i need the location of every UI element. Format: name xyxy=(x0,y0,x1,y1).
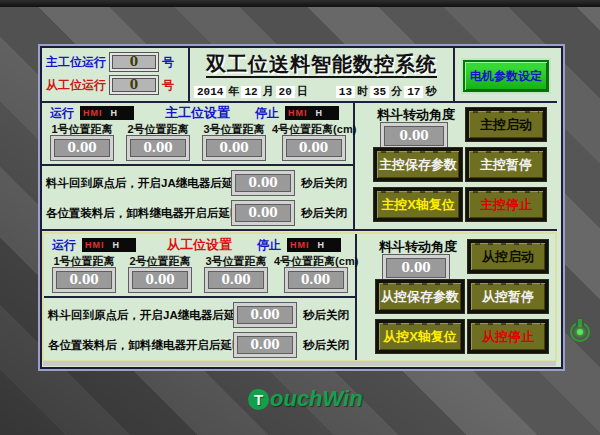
main-controls-column: 料斗转动角度 0.00 主控启动 主控保存参数 主控暂停 主控X轴复位 主控停止 xyxy=(357,102,557,229)
touchwin-logo: T ouchWin xyxy=(248,386,363,412)
main-run-label: 主工位运行 xyxy=(46,54,106,71)
time-second: 17 xyxy=(404,86,423,98)
slave-stop-button[interactable]: 从控停止 xyxy=(468,320,548,353)
main-x-axis-reset-button[interactable]: 主控X轴复位 xyxy=(374,188,462,221)
slave-delay2-label: 各位置装料后，卸料继电器开启后延时 xyxy=(48,338,234,353)
slave-delay2-value[interactable]: 0.00 xyxy=(234,333,296,357)
slave-delay-row-2: 各位置装料后，卸料继电器开启后延时 0.00 秒后关闭 xyxy=(48,333,355,357)
slave-pos2-label: 2号位置距离 xyxy=(122,254,198,269)
main-pos4-value[interactable]: 0.00 xyxy=(283,136,345,160)
slave-station-run-row: 从工位运行 0 号 xyxy=(46,75,174,95)
slave-position-labels: 1号位置距离 2号位置距离 3号位置距离 4号位置距离(cm) xyxy=(46,254,357,269)
slave-run-unit: 号 xyxy=(162,77,174,94)
main-run-indicator-lamp: HMIH xyxy=(80,106,134,120)
slave-delay1-value[interactable]: 0.00 xyxy=(234,303,296,327)
slave-pos4-value[interactable]: 0.00 xyxy=(285,268,347,292)
main-section-title: 主工位设置 xyxy=(140,104,255,122)
slave-x-axis-reset-button[interactable]: 从控X轴复位 xyxy=(376,320,464,353)
slave-pos1-value[interactable]: 0.00 xyxy=(53,268,115,292)
slave-pos2-value[interactable]: 0.00 xyxy=(129,268,191,292)
title-area: 双工位送料智能数控系统 2014 年 12 月 20 日 13 时 35 分 1… xyxy=(190,48,453,101)
time-hour-label: 时 xyxy=(357,84,368,99)
time-minute-label: 分 xyxy=(391,84,402,99)
main-hopper-angle-value[interactable]: 0.00 xyxy=(381,123,447,149)
page-title: 双工位送料智能数控系统 xyxy=(190,51,453,78)
slave-settings-column: 运行 HMIH 从工位设置 停止 HMIH 1号位置距离 2号位置距离 3号位置… xyxy=(44,234,357,360)
main-pos3-label: 3号位置距离 xyxy=(196,122,272,137)
main-pos1-label: 1号位置距离 xyxy=(44,122,120,137)
main-pos4-label: 4号位置距离(cm) xyxy=(272,122,355,137)
main-delay2-label: 各位置装料后，卸料继电器开启后延时 xyxy=(46,206,232,221)
date-day-label: 日 xyxy=(297,84,308,99)
main-pos1-value[interactable]: 0.00 xyxy=(51,136,113,160)
slave-hopper-angle-label: 料斗转动角度 xyxy=(379,238,457,256)
slave-run-indicator-lamp: HMIH xyxy=(82,238,136,252)
time-second-label: 秒 xyxy=(425,84,436,99)
slave-hopper-angle-value[interactable]: 0.00 xyxy=(383,255,449,281)
motor-params-button[interactable]: 电机参数设定 xyxy=(463,60,549,92)
slave-section-title: 从工位设置 xyxy=(142,236,257,254)
time-hour: 13 xyxy=(336,86,355,98)
date-month: 12 xyxy=(241,86,260,98)
main-delay-row-2: 各位置装料后，卸料继电器开启后延时 0.00 秒后关闭 xyxy=(46,201,353,225)
date-year-label: 年 xyxy=(228,84,239,99)
main-delay-row-1: 料斗回到原点后，开启JA继电器后延时 0.00 秒后关闭 xyxy=(46,171,353,195)
slave-save-params-button[interactable]: 从控保存参数 xyxy=(376,280,464,313)
main-stop-indicator-label: 停止 xyxy=(255,105,279,122)
main-hopper-angle-label: 料斗转动角度 xyxy=(377,106,455,124)
date-year: 2014 xyxy=(194,86,226,98)
slave-pos3-value[interactable]: 0.00 xyxy=(205,268,267,292)
main-position-labels: 1号位置距离 2号位置距离 3号位置距离 4号位置距离(cm) xyxy=(44,122,355,137)
slave-start-button[interactable]: 从控启动 xyxy=(468,240,548,273)
slave-run-label: 从工位运行 xyxy=(46,77,106,94)
hmi-screen: 主工位运行 0 号 从工位运行 0 号 双工位送料智能数控系统 2014 年 1… xyxy=(38,44,565,371)
main-delay1-suffix: 秒后关闭 xyxy=(301,176,347,191)
touchwin-logo-icon: T xyxy=(248,389,269,410)
slave-station-section: 运行 HMIH 从工位设置 停止 HMIH 1号位置距离 2号位置距离 3号位置… xyxy=(42,232,557,362)
main-settings-column: 运行 HMIH 主工位设置 停止 HMIH 1号位置距离 2号位置距离 3号位置… xyxy=(42,102,355,229)
touchwin-logo-text: ouchWin xyxy=(270,386,363,412)
main-save-params-button[interactable]: 主控保存参数 xyxy=(374,148,462,181)
slave-pos3-label: 3号位置距离 xyxy=(198,254,274,269)
slave-delay1-suffix: 秒后关闭 xyxy=(303,308,349,323)
slave-section-header: 运行 HMIH 从工位设置 停止 HMIH xyxy=(52,237,347,253)
main-start-button[interactable]: 主控启动 xyxy=(466,108,546,141)
date-day: 20 xyxy=(276,86,295,98)
main-run-indicator-label: 运行 xyxy=(50,105,74,122)
top-divider-1 xyxy=(188,48,190,101)
main-run-unit: 号 xyxy=(162,54,174,71)
main-pause-button[interactable]: 主控暂停 xyxy=(466,148,546,181)
main-pos3-value[interactable]: 0.00 xyxy=(203,136,265,160)
motor-params-area: 电机参数设定 xyxy=(455,48,557,101)
bezel-top-strip xyxy=(0,0,600,7)
main-pos2-label: 2号位置距离 xyxy=(120,122,196,137)
power-led-dot xyxy=(577,329,583,335)
date-month-label: 月 xyxy=(263,84,274,99)
slave-stop-indicator-label: 停止 xyxy=(257,237,281,254)
datetime-row: 2014 年 12 月 20 日 13 时 35 分 17 秒 xyxy=(192,84,453,99)
power-icon-stem xyxy=(578,319,582,327)
main-delay1-value[interactable]: 0.00 xyxy=(232,171,294,195)
main-station-run-row: 主工位运行 0 号 xyxy=(46,52,174,72)
station-run-status: 主工位运行 0 号 从工位运行 0 号 xyxy=(42,48,188,101)
slave-controls-column: 料斗转动角度 0.00 从控启动 从控保存参数 从控暂停 从控X轴复位 从控停止 xyxy=(359,234,555,360)
slave-pause-button[interactable]: 从控暂停 xyxy=(468,280,548,313)
slave-delay-row-1: 料斗回到原点后，开启JA继电器后延时 0.00 秒后关闭 xyxy=(48,303,355,327)
main-section-header: 运行 HMIH 主工位设置 停止 HMIH xyxy=(50,105,345,121)
main-position-inputs: 0.00 0.00 0.00 0.00 xyxy=(44,136,355,160)
main-sub-divider xyxy=(42,164,355,166)
slave-pos4-label: 4号位置距离(cm) xyxy=(274,254,357,269)
main-delay2-suffix: 秒后关闭 xyxy=(301,206,347,221)
main-pos2-value[interactable]: 0.00 xyxy=(127,136,189,160)
main-stop-button[interactable]: 主控停止 xyxy=(466,188,546,221)
main-delay2-value[interactable]: 0.00 xyxy=(232,201,294,225)
main-station-section: 运行 HMIH 主工位设置 停止 HMIH 1号位置距离 2号位置距离 3号位置… xyxy=(42,102,557,231)
main-run-value: 0 xyxy=(110,53,158,71)
slave-delay2-suffix: 秒后关闭 xyxy=(303,338,349,353)
main-delay1-label: 料斗回到原点后，开启JA继电器后延时 xyxy=(46,176,232,191)
main-stop-indicator-lamp: HMIH xyxy=(285,106,339,120)
slave-position-inputs: 0.00 0.00 0.00 0.00 xyxy=(46,268,357,292)
power-icon xyxy=(570,322,590,342)
slave-delay1-label: 料斗回到原点后，开启JA继电器后延时 xyxy=(48,308,234,323)
slave-stop-indicator-lamp: HMIH xyxy=(287,238,341,252)
